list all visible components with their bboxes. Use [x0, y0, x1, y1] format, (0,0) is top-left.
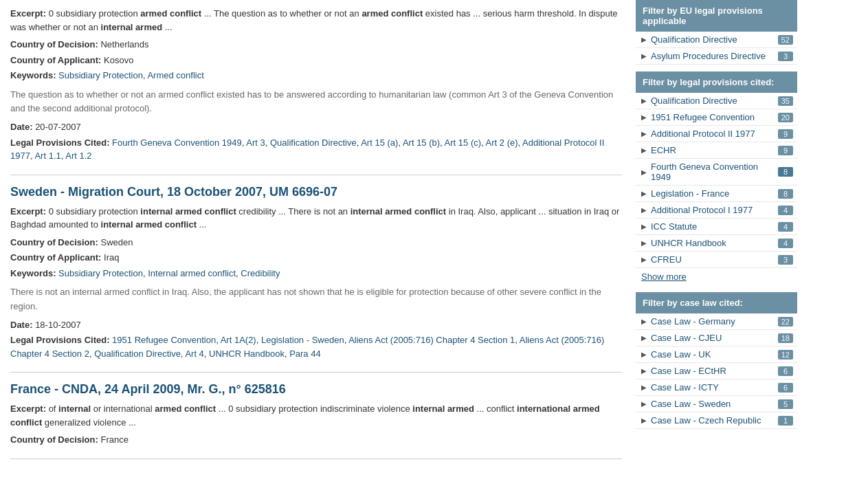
filter-item-germany[interactable]: ▶ Case Law - Germany 22 — [636, 313, 797, 330]
excerpt-label: Excerpt: — [10, 206, 46, 217]
country-applicant: Country of Applicant: Kosovo — [10, 54, 622, 67]
filter-label: Qualification Directive — [651, 96, 778, 106]
filter-item-echr[interactable]: ▶ ECHR 9 — [636, 142, 797, 159]
meta-label: Country of Applicant: — [10, 252, 101, 263]
filter-label: Case Law - Czech Republic — [651, 415, 778, 426]
keywords-line: Keywords: Subsidiary Protection, Armed c… — [10, 69, 622, 82]
chevron-right-icon: ▶ — [641, 97, 647, 104]
filter-item-uk[interactable]: ▶ Case Law - UK 12 — [636, 346, 797, 363]
legal-link[interactable]: Art 3 — [246, 137, 265, 148]
legal-link[interactable]: Aliens Act (2005:716) Chapter 4 Section … — [348, 335, 515, 345]
chevron-right-icon: ▶ — [641, 367, 647, 375]
chevron-right-icon: ▶ — [641, 334, 647, 342]
filter-label: ECHR — [651, 145, 778, 155]
date-line: Date: 20-07-2007 — [10, 120, 622, 134]
filter-label: Legislation - France — [651, 188, 778, 199]
excerpt-label: Excerpt: — [10, 8, 46, 19]
filter-label: 1951 Refugee Convention — [651, 112, 778, 122]
case-entry: France - CNDA, 24 April 2009, Mr. G., n°… — [10, 382, 622, 459]
filter-count: 4 — [778, 206, 793, 215]
show-more-link[interactable]: Show more — [636, 268, 797, 285]
case-title[interactable]: France - CNDA, 24 April 2009, Mr. G., n°… — [10, 382, 622, 397]
case-entry: Sweden - Migration Court, 18 October 200… — [10, 185, 622, 373]
bold-term: internal — [58, 404, 91, 414]
filter-item-additional-protocol-i[interactable]: ▶ Additional Protocol I 1977 4 — [636, 202, 797, 219]
keywords-line: Keywords: Subsidiary Protection, Interna… — [10, 267, 622, 280]
filter-item-icc-statute[interactable]: ▶ ICC Statute 4 — [636, 219, 797, 235]
meta-label: Country of Decision: — [10, 39, 98, 49]
filter-item-unhcr-handbook[interactable]: ▶ UNHCR Handbook 4 — [636, 235, 797, 252]
filter-item-legislation-france[interactable]: ▶ Legislation - France 8 — [636, 186, 797, 202]
filter-label: Case Law - ECtHR — [651, 366, 778, 376]
meta-label: Keywords: — [10, 70, 56, 80]
legal-link[interactable]: Legislation - Sweden — [261, 335, 344, 345]
chevron-right-icon: ▶ — [641, 130, 647, 137]
filter-item-cjeu[interactable]: ▶ Case Law - CJEU 18 — [636, 330, 797, 346]
case-title[interactable]: Sweden - Migration Court, 18 October 200… — [10, 185, 622, 199]
filter-count: 3 — [778, 255, 793, 265]
legal-link[interactable]: Art 1.1 — [34, 151, 60, 161]
filter-item-qualification-legal[interactable]: ▶ Qualification Directive 35 — [636, 93, 797, 109]
filter-item-1951-convention[interactable]: ▶ 1951 Refugee Convention 20 — [636, 109, 797, 126]
bold-term: internal armed conflict — [140, 206, 236, 217]
filter-item-sweden[interactable]: ▶ Case Law - Sweden 5 — [636, 396, 797, 412]
excerpt-text: Excerpt: 0 subsidiary protection interna… — [10, 205, 622, 232]
bold-term: international armed conflict — [10, 404, 600, 428]
chevron-right-icon: ▶ — [641, 190, 647, 197]
legal-link[interactable]: Art 2 (e) — [486, 137, 518, 148]
excerpt-text: Excerpt: of internal or international ar… — [10, 402, 622, 429]
legal-link[interactable]: Art 15 (a) — [361, 137, 398, 148]
meta-label: Keywords: — [10, 268, 56, 278]
filter-label: Additional Protocol II 1977 — [651, 129, 778, 139]
keyword-link[interactable]: Credibility — [241, 268, 280, 278]
legal-link[interactable]: Fourth Geneva Convention 1949 — [112, 137, 242, 148]
legal-link[interactable]: Art 1A(2) — [221, 335, 256, 345]
legal-provisions-line: Legal Provisions Cited: Fourth Geneva Co… — [10, 136, 622, 163]
filter-item-cfreu[interactable]: ▶ CFREU 3 — [636, 252, 797, 268]
filter-label: Asylum Procedures Directive — [651, 51, 778, 61]
keyword-link[interactable]: Internal armed conflict — [148, 268, 236, 278]
filter-count: 12 — [778, 350, 793, 360]
filter-item-additional-protocol-ii[interactable]: ▶ Additional Protocol II 1977 9 — [636, 126, 797, 142]
legal-link[interactable]: Para 44 — [289, 349, 321, 359]
filter-item-icty[interactable]: ▶ Case Law - ICTY 6 — [636, 379, 797, 396]
legal-link[interactable]: Art 15 (c) — [445, 137, 481, 148]
filter-item-czech-republic[interactable]: ▶ Case Law - Czech Republic 1 — [636, 412, 797, 429]
filter-label: Qualification Directive — [651, 34, 778, 45]
main-content: Excerpt: 0 subsidiary protection armed c… — [0, 0, 632, 476]
meta-label: Country of Decision: — [10, 237, 98, 247]
legal-link[interactable]: 1951 Refugee Convention — [112, 335, 216, 345]
legal-provisions-line: Legal Provisions Cited: 1951 Refugee Con… — [10, 333, 622, 360]
caselaw-filter-title: Filter by case law cited: — [643, 298, 743, 308]
chevron-right-icon: ▶ — [641, 223, 647, 230]
sidebar: Filter by EU legal provisions applicable… — [632, 0, 797, 476]
legal-link[interactable]: Art 4 — [185, 349, 203, 359]
caselaw-filter-header: Filter by case law cited: — [636, 292, 797, 313]
filter-count: 52 — [778, 35, 793, 45]
filter-item-ecthr[interactable]: ▶ Case Law - ECtHR 6 — [636, 363, 797, 379]
legal-link[interactable]: Qualification Directive — [94, 349, 181, 359]
legal-link[interactable]: UNHCR Handbook — [209, 349, 285, 359]
chevron-right-icon: ▶ — [641, 146, 647, 154]
legal-link[interactable]: Qualification Directive — [270, 137, 357, 148]
legal-link[interactable]: Art 15 (b) — [403, 137, 440, 148]
filter-item-fourth-geneva[interactable]: ▶ Fourth Geneva Convention 1949 8 — [636, 159, 797, 186]
filter-label: CFREU — [651, 254, 778, 265]
case-entry: Excerpt: 0 subsidiary protection armed c… — [10, 7, 622, 175]
filter-label: Case Law - UK — [651, 349, 778, 360]
legal-link[interactable]: Art 1.2 — [65, 151, 91, 161]
keyword-link[interactable]: Armed conflict — [147, 70, 203, 80]
keyword-link[interactable]: Subsidiary Protection — [58, 268, 143, 278]
filter-label: Additional Protocol I 1977 — [651, 205, 778, 215]
filter-item-asylum-procedures-eu[interactable]: ▶ Asylum Procedures Directive 3 — [636, 48, 797, 65]
filter-item-qualification-eu[interactable]: ▶ Qualification Directive 52 — [636, 32, 797, 48]
chevron-right-icon: ▶ — [641, 206, 647, 214]
country-decision: Country of Decision: Netherlands — [10, 38, 622, 52]
keyword-link[interactable]: Subsidiary Protection — [58, 70, 143, 80]
bold-term: armed conflict — [361, 8, 423, 19]
date-line: Date: 18-10-2007 — [10, 318, 622, 332]
legal-cited-filter-section: Filter by legal provisions cited: ▶ Qual… — [636, 71, 797, 285]
chevron-right-icon: ▶ — [641, 52, 647, 60]
filter-count: 22 — [778, 317, 793, 327]
bold-term: armed conflict — [140, 8, 201, 19]
